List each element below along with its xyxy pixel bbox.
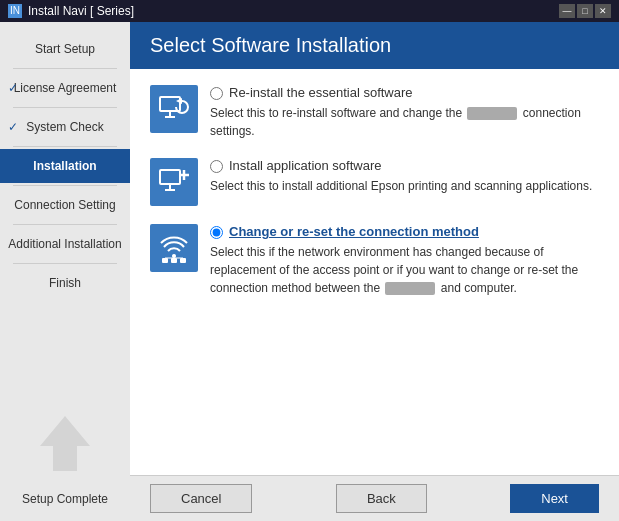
titlebar: IN Install Navi [ Series] — □ ✕: [0, 0, 619, 22]
content-header: Select Software Installation: [130, 22, 619, 69]
page-title: Select Software Installation: [150, 34, 391, 56]
minimize-button[interactable]: —: [559, 4, 575, 18]
svg-point-13: [172, 254, 176, 258]
sidebar: Start Setup License Agreement System Che…: [0, 22, 130, 521]
sidebar-item-license-agreement[interactable]: License Agreement: [0, 71, 130, 105]
reinstall-desc: Select this to re-install software and c…: [210, 104, 599, 140]
change-connection-svg-icon: [156, 230, 192, 266]
option-reinstall-row: Re-install the essential software Select…: [150, 85, 599, 140]
titlebar-left: IN Install Navi [ Series]: [8, 4, 134, 18]
change-connection-label: Change or re-set the connection method: [229, 224, 479, 239]
reinstall-blurred-text: [467, 107, 517, 120]
sidebar-item-start-setup[interactable]: Start Setup: [0, 32, 130, 66]
sidebar-item-connection-setting[interactable]: Connection Setting: [0, 188, 130, 222]
reinstall-label: Re-install the essential software: [229, 85, 413, 100]
cancel-button[interactable]: Cancel: [150, 484, 252, 513]
change-connection-desc: Select this if the network environment h…: [210, 243, 599, 297]
sidebar-item-finish[interactable]: Finish: [0, 266, 130, 300]
reinstall-icon: [150, 85, 198, 133]
option-change-connection-row: Change or re-set the connection method S…: [150, 224, 599, 297]
svg-rect-16: [180, 258, 186, 263]
change-connection-blurred-text: [385, 282, 435, 295]
option-install-app-content: Install application software Select this…: [210, 158, 599, 195]
sidebar-setup-complete-label: Setup Complete: [0, 492, 130, 506]
back-button[interactable]: Back: [336, 484, 427, 513]
change-connection-icon: [150, 224, 198, 272]
sidebar-divider-6: [13, 263, 117, 264]
option-reinstall-content: Re-install the essential software Select…: [210, 85, 599, 140]
option-change-connection-label-row: Change or re-set the connection method: [210, 224, 599, 239]
sidebar-item-system-check[interactable]: System Check: [0, 110, 130, 144]
footer: Cancel Back Next: [130, 475, 619, 521]
install-app-desc: Select this to install additional Epson …: [210, 177, 599, 195]
install-app-icon: [150, 158, 198, 206]
content-area: Select Software Installation: [130, 22, 619, 521]
content-body: Re-install the essential software Select…: [130, 69, 619, 475]
option-install-app-row: Install application software Select this…: [150, 158, 599, 206]
sidebar-item-installation[interactable]: Installation: [0, 149, 130, 183]
maximize-button[interactable]: □: [577, 4, 593, 18]
option-reinstall-label-row: Re-install the essential software: [210, 85, 599, 100]
sidebar-divider-5: [13, 224, 117, 225]
change-connection-radio[interactable]: [210, 226, 223, 239]
reinstall-svg-icon: [156, 91, 192, 127]
sidebar-divider-4: [13, 185, 117, 186]
svg-rect-14: [162, 258, 168, 263]
progress-arrow-icon: [40, 416, 90, 471]
app-icon: IN: [8, 4, 22, 18]
install-app-label: Install application software: [229, 158, 381, 173]
next-button[interactable]: Next: [510, 484, 599, 513]
sidebar-divider-2: [13, 107, 117, 108]
titlebar-title: Install Navi [ Series]: [28, 4, 134, 18]
option-change-connection-content: Change or re-set the connection method S…: [210, 224, 599, 297]
sidebar-divider: [13, 68, 117, 69]
sidebar-divider-3: [13, 146, 117, 147]
option-install-app-label-row: Install application software: [210, 158, 599, 173]
titlebar-controls: — □ ✕: [559, 4, 611, 18]
svg-rect-15: [171, 258, 177, 263]
install-app-svg-icon: [156, 164, 192, 200]
main-container: Start Setup License Agreement System Che…: [0, 22, 619, 521]
sidebar-item-additional-installation[interactable]: Additional Installation: [0, 227, 130, 261]
install-app-radio[interactable]: [210, 160, 223, 173]
close-button[interactable]: ✕: [595, 4, 611, 18]
reinstall-radio[interactable]: [210, 87, 223, 100]
svg-marker-0: [40, 416, 90, 471]
